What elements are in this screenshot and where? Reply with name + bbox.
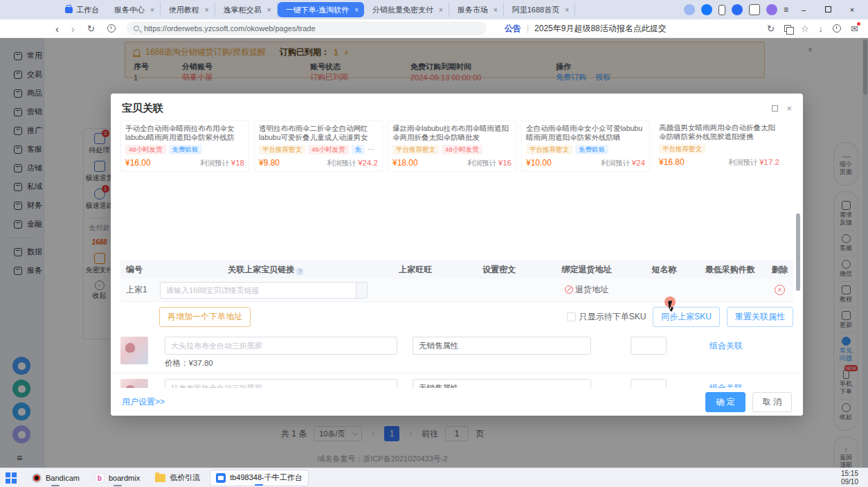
modal-close-icon[interactable]: × [786, 103, 792, 114]
download-icon[interactable]: ↓ [819, 24, 824, 34]
tab-close-icon[interactable]: × [354, 6, 359, 14]
history-icon[interactable] [107, 24, 116, 33]
taskbar-clock[interactable]: 15:15 09/10 [841, 470, 868, 486]
product-card[interactable]: 高颜值男女晴雨两用伞自动折叠太阳伞防晒防紫外线黑胶遮阳便携 平台推荐密文 ¥16… [655, 121, 784, 172]
qianniu-icon [216, 473, 226, 483]
tab-tutorial[interactable]: 使用教程× [161, 2, 215, 17]
clock-icon[interactable] [833, 24, 841, 33]
tab-workbench[interactable]: 工作台 [58, 2, 106, 17]
tab-yizhanggui-trade[interactable]: 逸掌柜交易× [215, 2, 278, 17]
sku-row: 价格：¥37.80 组合关联 [111, 331, 803, 369]
modal-scroll-area [111, 172, 803, 260]
modal-controls: 再增加一个下单地址 只显示待下单SKU 同步上家SKU 重置关联属性 [111, 302, 803, 331]
browser-tabstrip: 工作台 服务中心× 使用教程× 逸掌柜交易× 一键下单-逸淘软件× 分销批量免密… [0, 0, 868, 19]
tag-credit: 免费赊账 [169, 145, 202, 154]
announcement[interactable]: 公告 | 2025年9月超级88活动报名点此提交 [505, 23, 667, 35]
extension-icon[interactable] [732, 4, 743, 15]
tag-recommend: 平台推荐密文 [392, 145, 439, 154]
tab-close-icon[interactable]: × [565, 6, 569, 14]
modal-footer: 用户设置>> 确 定 取 消 [111, 388, 803, 416]
forward-icon[interactable]: › [71, 24, 75, 34]
workbench-icon [65, 7, 73, 13]
tab-close-icon[interactable]: × [205, 6, 209, 14]
announcement-text[interactable]: 2025年9月超级88活动报名点此提交 [534, 23, 667, 35]
phone-icon[interactable] [718, 5, 725, 15]
start-button[interactable] [6, 472, 17, 484]
tab-service-market[interactable]: 服务市场× [449, 2, 504, 17]
combo-association-link[interactable]: 组合关联 [709, 337, 743, 355]
price: ¥16.80 [659, 157, 685, 167]
product-card[interactable]: 爆款雨伞labubu拉布布用伞晴雨遮阳伞两用折叠太阳伞防晒批发 平台推荐密文48… [388, 121, 516, 172]
modal-maximize-icon[interactable] [772, 105, 778, 112]
help-icon[interactable]: ? [296, 267, 304, 276]
tab-close-icon[interactable]: × [439, 6, 443, 14]
product-card[interactable]: 透明拉布布雨伞二折伞全自动网红labubu可爱折叠儿童成人动漫男女 平台推荐密文… [254, 121, 383, 172]
minimize-button[interactable]: – [795, 6, 813, 14]
price: ¥16.00 [125, 158, 151, 168]
url-text: https://orderwebs.yzcsoft.com/okoweb/pag… [144, 24, 316, 33]
notes-icon[interactable] [749, 4, 760, 15]
pending-sku-checkbox[interactable]: 只显示待下单SKU [567, 311, 647, 323]
profit-value: ¥16 [498, 159, 512, 167]
tab-batch-payment[interactable]: 分销批量免密支付× [364, 2, 449, 17]
search-icon [134, 26, 139, 31]
extension-icon[interactable] [701, 4, 712, 15]
tab-one-click-order-active[interactable]: 一键下单-逸淘软件× [278, 2, 365, 17]
return-address-cell[interactable]: 退货地址 [539, 284, 634, 296]
user-settings-link[interactable]: 用户设置>> [122, 396, 165, 408]
taskbar-folder[interactable]: 低价引流 [150, 470, 206, 486]
product-card[interactable]: 手动全自动雨伞晴雨拉布布用伞女labubu晴雨两用遮阳伞防紫外线防 48小时发货… [120, 121, 249, 172]
cancel-button[interactable]: 取 消 [752, 392, 792, 412]
delete-row-icon[interactable]: × [775, 285, 785, 295]
tag-48h: 48小时发货 [442, 145, 482, 154]
star-icon[interactable]: ☆ [801, 24, 809, 34]
product-card[interactable]: 全自动雨伞晴雨伞女小众可爱labubu晴雨两用遮阳伞防紫外线防晒 平台推荐密文免… [521, 121, 650, 172]
maximize-button[interactable] [819, 6, 837, 14]
add-order-address-button[interactable]: 再增加一个下单地址 [159, 307, 251, 327]
mail-icon[interactable]: ✉ [851, 24, 858, 34]
back-icon[interactable]: ‹ [55, 24, 59, 34]
checkbox-icon[interactable] [567, 312, 576, 321]
tab-close-icon[interactable]: × [267, 6, 271, 14]
browser-menu-icon[interactable]: ≡ [784, 5, 788, 15]
mouse-cursor [668, 300, 677, 310]
sync-sku-button[interactable]: 同步上家SKU [653, 307, 720, 327]
modal-scrollbar-thumb[interactable] [796, 213, 800, 291]
browser-extensions: ≡ – × [684, 4, 868, 15]
notification-dot [857, 22, 860, 26]
short-name-input[interactable] [165, 337, 397, 355]
tab-close-icon[interactable]: × [494, 6, 498, 14]
profit-value: ¥24.2 [358, 159, 378, 167]
taskbar-bandicam[interactable]: Bandicam [26, 470, 85, 486]
confirm-button[interactable]: 确 定 [705, 392, 745, 412]
taskbar-qianniu[interactable]: tb498348-千牛工作台 [210, 470, 309, 486]
row-label: 上家1 [120, 284, 160, 296]
product-link-field[interactable] [160, 282, 368, 299]
reload-icon[interactable]: ↻ [87, 24, 95, 34]
close-button[interactable]: × [843, 6, 861, 14]
quantity-input[interactable] [631, 337, 667, 355]
time: 15:15 [841, 470, 858, 478]
tag-recommend: 平台推荐密文 [659, 144, 705, 154]
sync-icon[interactable]: ↻ [767, 24, 775, 34]
address-bar[interactable]: https://orderwebs.yzcsoft.com/okoweb/pag… [127, 21, 487, 35]
avatar[interactable] [766, 4, 777, 15]
extension-icon[interactable] [684, 4, 695, 15]
sales-attribute-input[interactable] [413, 337, 591, 355]
taskbar-boardmix[interactable]: bboardmix [89, 470, 145, 486]
multitab-icon[interactable] [784, 25, 791, 32]
reset-association-button[interactable]: 重置关联属性 [727, 307, 793, 327]
windows-taskbar: Bandicam bboardmix 低价引流 tb498348-千牛工作台 1… [0, 468, 868, 487]
recommended-products: 手动全自动雨伞晴雨拉布布用伞女labubu晴雨两用遮阳伞防紫外线防 48小时发货… [111, 118, 803, 172]
tag-48h: 48小时发货 [125, 145, 166, 154]
bandicam-icon [32, 473, 42, 483]
announcement-label: 公告 [505, 23, 521, 35]
tab-close-icon[interactable]: × [150, 6, 154, 14]
tab-service-center[interactable]: 服务中心× [106, 2, 161, 17]
tab-1688-home[interactable]: 阿里1688首页× [504, 2, 575, 17]
product-link-input[interactable] [161, 283, 356, 298]
boardmix-icon: b [95, 473, 105, 483]
profit-value: ¥24 [632, 159, 645, 167]
prohibit-icon [565, 285, 573, 294]
paste-button[interactable] [356, 283, 367, 298]
